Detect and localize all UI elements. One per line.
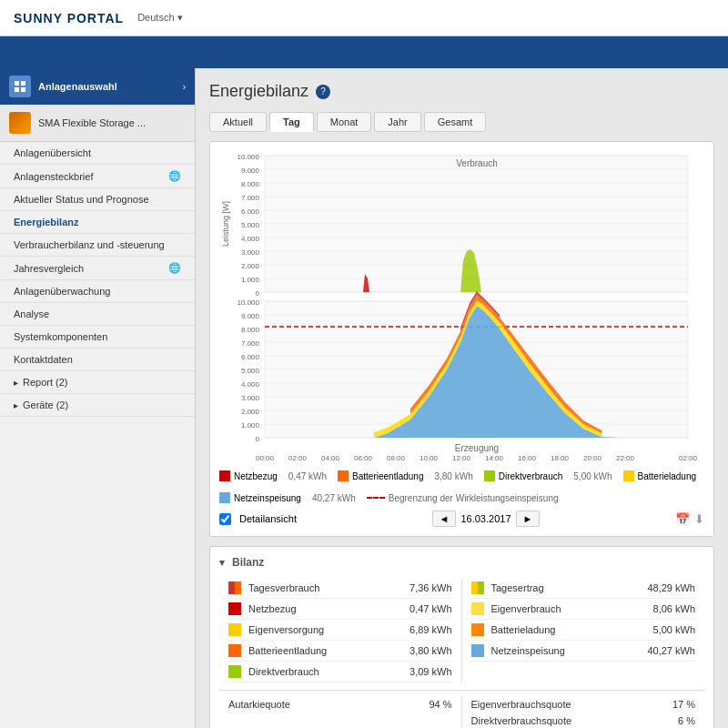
prev-date-button[interactable]: ◄ — [432, 511, 457, 527]
sidebar-sections: Report (2)Geräte (2) — [0, 371, 195, 417]
eigenversorgung-value: 6,89 kWh — [389, 624, 452, 635]
tab-jahr[interactable]: Jahr — [374, 112, 420, 132]
eigenverbrauchsquote-label: Eigenverbrauchsquote — [471, 699, 571, 710]
direktverbrauch-value: 5,00 kWh — [573, 471, 612, 481]
svg-rect-3 — [21, 87, 25, 92]
svg-text:16:00: 16:00 — [518, 454, 537, 460]
bilanz-row-netzeinspeisung: Netzeinspeisung 40,27 kWh — [471, 641, 696, 662]
download-icon[interactable]: ⬇ — [694, 512, 704, 526]
bilanz-footer: Autarkiequote 94 % Eigenverbrauchsquote … — [219, 690, 704, 728]
eigenverbrauchsquote-value: 17 % — [672, 699, 695, 710]
tagesertrag-value: 48,29 kWh — [632, 582, 695, 593]
svg-text:3.000: 3.000 — [241, 394, 260, 402]
sidebar-section-geraete[interactable]: Geräte (2) — [0, 394, 195, 417]
tab-gesamt[interactable]: Gesamt — [424, 112, 487, 132]
direktverbrauch-bilanz-label: Direktverbrauch — [248, 666, 389, 677]
sidebar-item-storage[interactable]: SMA Flexible Storage ... — [0, 105, 195, 142]
svg-text:04:00: 04:00 — [321, 454, 340, 460]
sidebar-nav-label: Energiebilanz — [14, 217, 79, 228]
eigenverbrauch-value: 8,06 kWh — [632, 603, 695, 614]
direktverbrauch-bilanz-value: 3,09 kWh — [389, 666, 452, 677]
bilanz-grid: Tagesverbrauch 7,36 kWh Netzbezug 0,47 k… — [219, 578, 704, 682]
eigenversorgung-color — [228, 623, 241, 636]
svg-text:10:00: 10:00 — [420, 454, 439, 460]
svg-text:7.000: 7.000 — [241, 339, 260, 348]
sidebar-nav-item-analyse[interactable]: Analyse — [0, 303, 195, 326]
sidebar-section-report[interactable]: Report (2) — [0, 371, 195, 394]
page-title: Energiebilanz — [209, 82, 308, 101]
sidebar-nav-item-anlagensteckbrief[interactable]: Anlagensteckbrief🌐 — [0, 165, 195, 188]
netzbezug-bilanz-label: Netzbezug — [248, 603, 389, 614]
globe-icon: 🌐 — [168, 262, 181, 274]
netzeinspeisung-color — [219, 492, 230, 503]
sidebar-nav-label: Aktueller Status und Prognose — [14, 194, 149, 205]
sidebar-nav-item-status-prognose[interactable]: Aktueller Status und Prognose — [0, 188, 195, 211]
svg-text:7.000: 7.000 — [241, 194, 260, 202]
sidebar-nav-item-verbraucherbilanz[interactable]: Verbraucherbilanz und -steuerung — [0, 234, 195, 257]
tagesverbrauch-label: Tagesverbrauch — [248, 582, 389, 593]
svg-text:20:00: 20:00 — [583, 454, 602, 460]
netzeinspeisung-bilanz-value: 40,27 kWh — [632, 645, 695, 656]
sidebar-nav-item-kontaktdaten[interactable]: Kontaktdaten — [0, 349, 195, 371]
svg-text:22:00: 22:00 — [616, 454, 635, 460]
bilanz-right-col: Tagesertrag 48,29 kWh Eigenverbrauch 8,0… — [462, 578, 705, 682]
limit-label: Begrenzung der Wirkleistungseinspeisung — [389, 493, 559, 503]
storage-icon — [9, 112, 31, 134]
language-selector[interactable]: Deutsch ▾ — [137, 12, 182, 24]
netzeinspeisung-label: Netzeinspeisung — [234, 493, 301, 503]
batterieentladung-label: Batterieentladung — [352, 471, 423, 481]
svg-text:1.000: 1.000 — [241, 421, 260, 430]
sidebar-nav-label: Anlagensteckbrief — [14, 171, 93, 182]
svg-text:08:00: 08:00 — [387, 454, 406, 460]
sidebar-nav-item-anlagenuebersicht[interactable]: Anlagenübersicht — [0, 142, 195, 165]
svg-text:00:00: 00:00 — [256, 454, 275, 460]
eigenverbrauchsquote-row: Eigenverbrauchsquote 17 % — [471, 696, 696, 713]
storage-label: SMA Flexible Storage ... — [38, 117, 146, 128]
batterieladung-color — [623, 470, 634, 481]
sidebar-nav-item-jahresvergleich[interactable]: Jahresvergleich🌐 — [0, 257, 195, 280]
autarkiequote-label: Autarkiequote — [228, 699, 290, 710]
sidebar-nav-item-systemkomponenten[interactable]: Systemkomponenten — [0, 326, 195, 349]
bilanz-row-tagesertrag: Tagesertrag 48,29 kWh — [471, 578, 696, 599]
bilanz-row-batterieladung: Batterieladung 5,00 kWh — [471, 620, 696, 641]
date-bar-left: Detailansicht — [219, 513, 297, 525]
detailansicht-checkbox[interactable] — [219, 513, 231, 525]
info-icon[interactable]: ? — [316, 85, 330, 99]
eigenverbrauch-label: Eigenverbrauch — [491, 603, 632, 614]
tab-tag[interactable]: Tag — [269, 112, 314, 132]
bilanz-row-tagesverbrauch: Tagesverbrauch 7,36 kWh — [228, 578, 452, 599]
netzbezug-color — [219, 470, 230, 481]
svg-text:06:00: 06:00 — [354, 454, 373, 460]
main-layout: Anlagenauswahl › SMA Flexible Storage ..… — [0, 68, 728, 728]
legend-batterieladung: Batterieladung — [623, 470, 697, 481]
svg-text:6.000: 6.000 — [241, 207, 260, 216]
batterieladung-label: Batterieladung — [638, 471, 697, 481]
svg-text:5.000: 5.000 — [241, 367, 260, 375]
legend-netzbezug-val: 0,47 kWh — [288, 471, 327, 481]
batterieentladung-value: 3,80 kWh — [434, 471, 472, 481]
direktverbrauch-color — [484, 470, 495, 481]
detailansicht-label: Detailansicht — [239, 513, 297, 524]
bilanz-left-col: Tagesverbrauch 7,36 kWh Netzbezug 0,47 k… — [219, 578, 462, 682]
tab-aktuell[interactable]: Aktuell — [209, 112, 267, 132]
next-date-button[interactable]: ► — [516, 511, 541, 527]
sidebar-item-anlagenauswahl[interactable]: Anlagenauswahl › — [0, 68, 195, 105]
tab-monat[interactable]: Monat — [317, 112, 372, 132]
direktverbrauch-label: Direktverbrauch — [499, 471, 563, 481]
netzbezug-bilanz-value: 0,47 kWh — [389, 603, 452, 614]
calendar-icon[interactable]: 📅 — [675, 512, 690, 526]
bilanz-row-direktverbrauch: Direktverbrauch 3,09 kWh — [228, 662, 452, 682]
sidebar-nav-label: Anlagenübersicht — [14, 147, 91, 158]
date-nav: ◄ 16.03.2017 ► — [432, 511, 541, 527]
sidebar-nav-item-energiebilanz[interactable]: Energiebilanz — [0, 211, 195, 234]
batterieentladung-bilanz-color — [228, 644, 241, 657]
svg-text:8.000: 8.000 — [241, 326, 260, 334]
tagesertrag-label: Tagesertrag — [491, 582, 632, 593]
bilanz-row-eigenverbrauch: Eigenverbrauch 8,06 kWh — [471, 599, 696, 620]
sidebar-nav-item-anlagenueberwachung[interactable]: Anlagenüberwachung — [0, 280, 195, 303]
batterieladung-bilanz-label: Batterieladung — [491, 624, 632, 635]
chart-svg: 10.000 9.000 8.000 7.000 6.000 5.000 4.0… — [219, 151, 697, 460]
svg-text:Verbrauch: Verbrauch — [456, 158, 498, 168]
svg-text:02:00: 02:00 — [679, 454, 697, 460]
bilanz-header[interactable]: Bilanz — [219, 556, 704, 569]
